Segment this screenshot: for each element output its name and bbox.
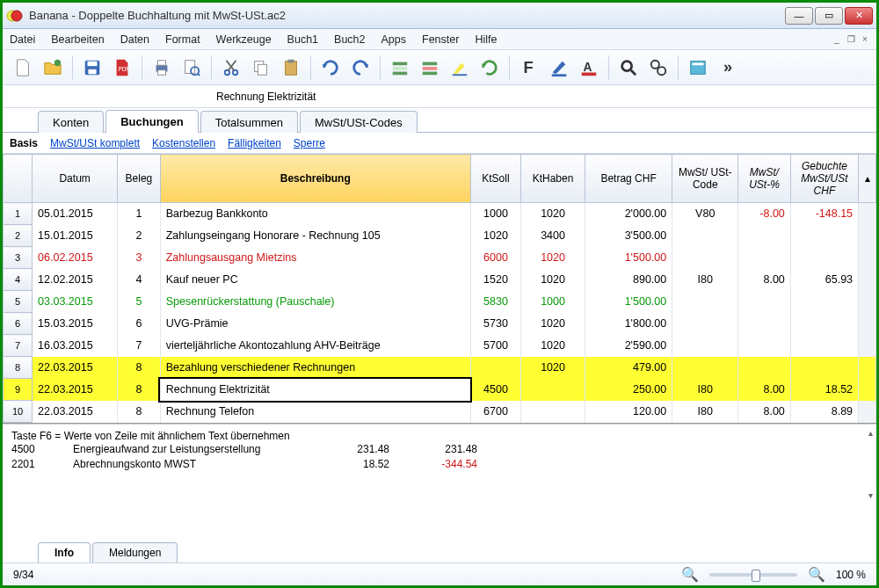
header-beschreibung[interactable]: Beschreibung: [160, 155, 470, 203]
cell-gebucht[interactable]: [790, 357, 858, 379]
info-tab-meldungen[interactable]: Meldungen: [92, 542, 178, 563]
cell-gebucht[interactable]: 18.52: [790, 379, 858, 401]
cell-beleg[interactable]: 4: [118, 269, 161, 291]
tab-totalsummen[interactable]: Totalsummen: [200, 111, 298, 133]
pen-color-icon[interactable]: [546, 54, 572, 81]
cell-gebucht[interactable]: 8.89: [790, 401, 858, 423]
info-scroll-up-icon[interactable]: ▴: [868, 428, 873, 438]
cell-beleg[interactable]: 6: [118, 313, 161, 335]
undo-icon[interactable]: [317, 54, 344, 81]
menu-apps[interactable]: Apps: [381, 33, 407, 46]
info-tab-info[interactable]: Info: [38, 542, 91, 563]
cell-ktsoll[interactable]: 5700: [470, 335, 520, 357]
cell-beschreibung[interactable]: Rechnung Elektrizität: [160, 379, 470, 401]
table-row[interactable]: 716.03.20157vierteljährliche Akontozahlu…: [4, 335, 876, 357]
row-number[interactable]: 5: [4, 291, 33, 313]
cell-gebucht[interactable]: [790, 247, 858, 269]
find-replace-icon[interactable]: [645, 54, 672, 81]
cell-gebucht[interactable]: [790, 313, 858, 335]
cell-betrag[interactable]: 2'000.00: [585, 203, 672, 225]
cell-ktsoll[interactable]: 5730: [470, 313, 520, 335]
cell-betrag[interactable]: 2'590.00: [585, 335, 672, 357]
print-icon[interactable]: [149, 54, 175, 81]
cell-kthaben[interactable]: [521, 401, 585, 423]
cell-datum[interactable]: 15.01.2015: [33, 225, 118, 247]
cell-kthaben[interactable]: 1020: [521, 357, 585, 379]
data-table[interactable]: Datum Beleg Beschreibung KtSoll KtHaben …: [3, 154, 876, 424]
cell-betrag[interactable]: 479.00: [585, 357, 672, 379]
cell-datum[interactable]: 22.03.2015: [33, 401, 118, 423]
mdi-restore[interactable]: ❐: [845, 33, 857, 46]
header-ustcode[interactable]: MwSt/ USt-Code: [672, 155, 738, 203]
menu-datei[interactable]: Datei: [10, 33, 35, 46]
cell-ktsoll[interactable]: 6700: [470, 401, 520, 423]
header-betrag[interactable]: Betrag CHF: [585, 155, 672, 203]
cell-betrag[interactable]: 3'500.00: [585, 225, 672, 247]
cell-ustcode[interactable]: [672, 291, 738, 313]
filter-basis[interactable]: Basis: [10, 137, 38, 149]
table-row[interactable]: 922.03.20158Rechnung Elektrizität4500250…: [4, 379, 876, 401]
cell-betrag[interactable]: 1'500.00: [585, 247, 672, 269]
cell-datum[interactable]: 16.03.2015: [33, 335, 118, 357]
save-icon[interactable]: [79, 54, 105, 81]
redo-icon[interactable]: [347, 54, 374, 81]
zoom-slider[interactable]: [709, 573, 797, 577]
cell-ustcode[interactable]: [672, 225, 738, 247]
formula-input[interactable]: [216, 91, 480, 103]
menu-bearbeiten[interactable]: Bearbeiten: [51, 33, 104, 46]
filter-sperre[interactable]: Sperre: [294, 137, 325, 149]
minimize-button[interactable]: —: [785, 7, 813, 25]
cell-beschreibung[interactable]: Kauf neuer PC: [160, 269, 470, 291]
cell-beschreibung[interactable]: Barbezug Bankkonto: [160, 203, 470, 225]
menu-werkzeuge[interactable]: Werkzeuge: [216, 33, 272, 46]
refresh-icon[interactable]: [476, 54, 503, 81]
menu-buch2[interactable]: Buch2: [334, 33, 365, 46]
header-kthaben[interactable]: KtHaben: [521, 155, 585, 203]
table-row[interactable]: 503.03.20155Spesenrückerstattung (Pausch…: [4, 291, 876, 313]
cell-betrag[interactable]: 250.00: [585, 379, 672, 401]
table-row[interactable]: 412.02.20154Kauf neuer PC15201020890.00I…: [4, 269, 876, 291]
filter-faelligkeiten[interactable]: Fälligkeiten: [228, 137, 281, 149]
cell-gebucht[interactable]: -148.15: [790, 203, 858, 225]
new-file-icon[interactable]: [10, 54, 36, 81]
cell-kthaben[interactable]: 3400: [521, 225, 585, 247]
cell-kthaben[interactable]: 1020: [521, 313, 585, 335]
cell-betrag[interactable]: 120.00: [585, 401, 672, 423]
cell-betrag[interactable]: 1'500.00: [585, 291, 672, 313]
cell-gebucht[interactable]: [790, 291, 858, 313]
table-row[interactable]: 215.01.20152Zahlungseingang Honorare - R…: [4, 225, 876, 247]
cell-ustcode[interactable]: [672, 335, 738, 357]
cell-gebucht[interactable]: 65.93: [790, 269, 858, 291]
cell-ktsoll[interactable]: 5830: [470, 291, 520, 313]
header-datum[interactable]: Datum: [33, 155, 118, 203]
cell-kthaben[interactable]: 1020: [521, 247, 585, 269]
menu-fenster[interactable]: Fenster: [422, 33, 459, 46]
cell-ustcode[interactable]: I80: [672, 379, 738, 401]
cell-beleg[interactable]: 8: [118, 357, 161, 379]
cell-beschreibung[interactable]: Zahlungsausgang Mietzins: [160, 247, 470, 269]
cell-ustpct[interactable]: [738, 225, 791, 247]
open-file-icon[interactable]: [40, 54, 66, 81]
mdi-minimize[interactable]: _: [831, 33, 843, 46]
cell-datum[interactable]: 06.02.2015: [33, 247, 118, 269]
row-number[interactable]: 8: [4, 357, 33, 379]
row-number[interactable]: 9: [4, 379, 33, 401]
mdi-close[interactable]: ×: [859, 33, 871, 46]
cell-ktsoll[interactable]: 1520: [470, 269, 520, 291]
cell-ustpct[interactable]: 8.00: [738, 379, 791, 401]
highlight-icon[interactable]: [447, 54, 473, 81]
tab-konten[interactable]: Konten: [38, 111, 104, 133]
cell-beschreibung[interactable]: Spesenrückerstattung (Pauschale): [160, 291, 470, 313]
cell-ustcode[interactable]: [672, 247, 738, 269]
cell-beleg[interactable]: 3: [118, 247, 161, 269]
cell-ustpct[interactable]: [738, 357, 791, 379]
copy-icon[interactable]: [248, 54, 274, 81]
delete-row-icon[interactable]: [417, 54, 443, 81]
cell-beschreibung[interactable]: vierteljährliche Akontozahlung AHV-Beitr…: [160, 335, 470, 357]
cell-ustpct[interactable]: 8.00: [738, 401, 791, 423]
table-row[interactable]: 306.02.20153Zahlungsausgang Mietzins6000…: [4, 247, 876, 269]
row-number[interactable]: 7: [4, 335, 33, 357]
pdf-icon[interactable]: PDF: [109, 54, 135, 81]
cell-beschreibung[interactable]: UVG-Prämie: [160, 313, 470, 335]
menu-buch1[interactable]: Buch1: [287, 33, 318, 46]
